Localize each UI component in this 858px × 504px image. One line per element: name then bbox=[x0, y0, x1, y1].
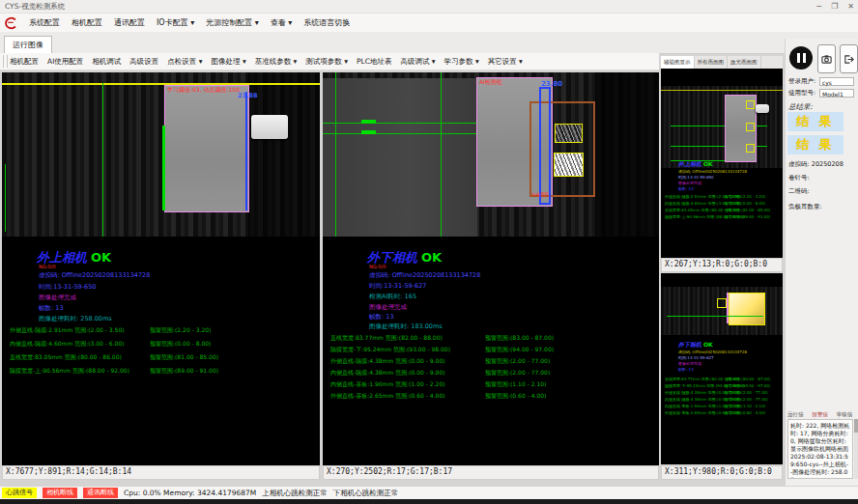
tool-other-settings[interactable]: 其它设置 ▾ bbox=[488, 57, 523, 67]
mini-vcode: 虚拟码: Offline20250208133134728 bbox=[678, 169, 747, 174]
mini-connector-shape bbox=[756, 104, 769, 113]
measure-warn: 预警范围:(0.60 - 4.00) bbox=[485, 392, 546, 399]
coord-readout-aux-top: X:267;Y:13;R:0;G:0;B:0 bbox=[661, 258, 783, 272]
measure-value: 内侧直线-基板:1.90mm 范围:(1.00 - 2.20) bbox=[330, 380, 485, 389]
measure-warn: 预警范围:(0.60 - 4.00) bbox=[725, 410, 765, 415]
measure-value: 直线宽度:83.05mm 范围:(80.00 - 86.00) bbox=[665, 208, 725, 212]
green-line-2 bbox=[441, 72, 442, 237]
mini-measure-row: 隔膜宽度-上:90.56mm 范围:(88.00 - 92.00)预警范围:(8… bbox=[665, 214, 770, 219]
mini-measure-row: 隔膜宽度-下:95.24mm 范围:(93.00 - 98.00)预警范围:(9… bbox=[665, 383, 770, 388]
aux-view-top[interactable]: 外上相机OK 虚拟码: Offline20250208133134728 时间:… bbox=[661, 69, 783, 258]
menu-item-io-config[interactable]: IO卡配置 ▾ bbox=[157, 17, 194, 28]
tool-camera-config[interactable]: 相机配置 bbox=[10, 57, 39, 67]
menu-item-camera-config[interactable]: 相机配置 bbox=[72, 17, 102, 28]
maximize-button[interactable]: ❐ bbox=[831, 0, 838, 14]
measure-row: 内侧直线-隔膜:4.60mm 范围:(3.00 - 6.00)预警范围:(0.0… bbox=[10, 340, 211, 349]
green-line-1 bbox=[335, 72, 336, 237]
sidebar: 登录用户: cys 使用型号: Model1 总结果: 结 果 结 果 虚拟码:… bbox=[785, 39, 858, 486]
mini-green-h bbox=[667, 316, 763, 317]
mini-measure-row: 外侧直线-隔膜:4.38mm 范围:(0.00 - 9.00)预警范围:(2.0… bbox=[665, 390, 768, 395]
minimize-button[interactable]: ─ bbox=[816, 0, 821, 14]
tab-run-image[interactable]: 运行图像 bbox=[4, 36, 52, 54]
gray-band bbox=[323, 78, 477, 237]
elapsed-line: 图像处理耗时: 258.00ms bbox=[39, 315, 112, 323]
measure-value: 外侧直线-基板:2.65mm 范围:(0.60 - 4.00) bbox=[665, 410, 725, 415]
measure-warn: 预警范围:(0.00 - 8.00) bbox=[150, 340, 211, 347]
tool-learning-params[interactable]: 学习参数 ▾ bbox=[444, 57, 479, 67]
measure-value: 内侧直线-隔膜:4.60mm 范围:(3.00 - 6.00) bbox=[665, 201, 725, 206]
measure-warn: 预警范围:(1.10 - 2.10) bbox=[485, 380, 546, 387]
result-box-upper: 结 果 bbox=[787, 112, 844, 131]
log-scrollbar[interactable] bbox=[854, 419, 858, 479]
tool-test-params[interactable]: 测试项参数 ▾ bbox=[305, 57, 348, 67]
measure-warn: 预警范围:(89.00 - 91.00) bbox=[725, 214, 770, 219]
measure-row: 隔膜宽度-下:95.24mm 范围:(93.00 - 98.00)预警范围:(9… bbox=[330, 346, 554, 354]
aux-view-bottom[interactable]: 外下相机OK 虚拟码: Offline20250208133134728 时间:… bbox=[661, 273, 783, 464]
logout-button[interactable] bbox=[840, 44, 858, 73]
vcode-line: 虚拟码: Offline20250208133134728 bbox=[369, 271, 480, 280]
aux-tab-2[interactable]: 所有画面图 bbox=[695, 56, 729, 69]
frames-line: 帧数: 13 bbox=[39, 304, 64, 313]
mini-measure-row: 内侧直线-隔膜:4.38mm 范围:(0.00 - 9.00)预警范围:(2.0… bbox=[665, 397, 768, 402]
measure-value: 内侧直线-隔膜:4.38mm 范围:(0.00 - 9.00) bbox=[665, 397, 725, 402]
mini-time: 时间:13-31-59-650 bbox=[678, 175, 714, 180]
mini-vcode: 虚拟码: Offline20250208133134728 bbox=[678, 350, 747, 354]
camera-upper-sub: NG:0/0 bbox=[39, 264, 55, 269]
ai-time-line: 检测AI耗时: 165 bbox=[369, 293, 416, 301]
tool-spot-check[interactable]: 点检设置 ▾ bbox=[167, 57, 202, 67]
scrollbar-thumb[interactable] bbox=[854, 419, 858, 433]
menu-item-light-config[interactable]: 光源控制配置 ▾ bbox=[206, 17, 259, 28]
login-user-label: 登录用户: bbox=[788, 77, 815, 86]
measure-warn: 预警范围:(1.10 - 2.10) bbox=[725, 404, 765, 408]
menu-item-system-config[interactable]: 系统配置 bbox=[29, 17, 60, 28]
roi-threshold-label: 学习阈值:93, 动态阈值:100 bbox=[167, 86, 240, 95]
aux-bottom-name: 外下相机 bbox=[678, 341, 701, 348]
camera-view-lower[interactable]: AI检测框 23.80 AI检测区 外下相机OK NG:0/0 虚拟码: Off… bbox=[323, 72, 659, 465]
measure-value: 隔膜宽度-上:90.56mm 范围:(88.00 - 92.00) bbox=[10, 367, 150, 376]
aux-bottom-title: 外下相机OK bbox=[678, 341, 713, 350]
tool-image-processing[interactable]: 图像处理 ▾ bbox=[212, 57, 246, 67]
tab-connector-shape bbox=[251, 115, 288, 139]
defect-box-2 bbox=[554, 153, 584, 177]
login-user-value[interactable]: cys bbox=[819, 77, 854, 86]
measure-row: 内侧直线-隔膜:4.38mm 范围:(0.00 - 9.00)预警范围:(2.0… bbox=[330, 369, 550, 378]
mini-measure-row: 直线宽度:83.05mm 范围:(80.00 - 86.00)预警范围:(81.… bbox=[665, 208, 770, 212]
measure-value: 外侧直线-隔膜:2.91mm 范围:(2.00 - 3.50) bbox=[665, 194, 725, 199]
measure-row: 内侧直线-基板:1.90mm 范围:(1.00 - 2.20)预警范围:(1.1… bbox=[330, 380, 546, 389]
vcode-label: 虚拟码: 20250208 bbox=[788, 160, 844, 169]
tool-baseline-params[interactable]: 基准线参数 ▾ bbox=[255, 57, 298, 67]
mini-yellow-line bbox=[661, 90, 783, 91]
blue-measure-value: 23.88 bbox=[238, 92, 258, 99]
menu-item-view[interactable]: 查看 ▾ bbox=[271, 17, 293, 28]
tool-ai-config[interactable]: AI使用配置 bbox=[47, 57, 83, 67]
measure-warn: 预警范围:(83.00 - 87.00) bbox=[725, 377, 770, 381]
measure-value: 外侧直线-基板:2.65mm 范围:(0.60 - 4.00) bbox=[330, 392, 485, 401]
time-line: 时间:13-31-59-627 bbox=[369, 282, 426, 291]
snapshot-button[interactable] bbox=[817, 44, 836, 73]
mini-defect bbox=[717, 298, 727, 308]
cpu-memory-readout: Cpu: 0.0% Memory: 3424.4179687M bbox=[124, 489, 256, 497]
camera-view-upper[interactable]: 学习阈值:93, 动态阈值:100 23.88 外上相机OK NG:0/0 虚拟… bbox=[2, 72, 320, 465]
model-value[interactable]: Model1 bbox=[819, 89, 854, 98]
aux-tab-1[interactable]: 辅助图显示 bbox=[661, 56, 695, 69]
vcode-line: 虚拟码: Offline20250208133134728 bbox=[39, 271, 150, 280]
done-line: 图像处理完成 bbox=[39, 294, 76, 302]
comm-offline-badge: 通讯断线 bbox=[83, 488, 118, 498]
aux-tab-3[interactable]: 激光画面图 bbox=[728, 56, 761, 69]
measure-warn: 预警范围:(2.20 - 3.20) bbox=[150, 326, 211, 333]
tool-camera-debug[interactable]: 相机调试 bbox=[92, 57, 121, 67]
measure-row: 外侧直线-基板:2.65mm 范围:(0.60 - 4.00)预警范围:(0.6… bbox=[330, 392, 546, 401]
window-bottom-edge bbox=[0, 499, 858, 504]
tool-advanced-settings[interactable]: 高级设置 bbox=[129, 57, 158, 67]
tool-plc-table[interactable]: PLC地址表 bbox=[357, 57, 391, 67]
pause-button[interactable] bbox=[789, 46, 813, 70]
menu-item-language[interactable]: 系统语言切换 bbox=[303, 17, 350, 28]
measure-value: 外侧直线-隔膜:4.38mm 范围:(0.00 - 9.00) bbox=[665, 390, 725, 395]
mini-measure-row: 内侧直线-隔膜:4.60mm 范围:(3.00 - 6.00)预警范围:(0.0… bbox=[665, 201, 765, 206]
green-line-left bbox=[102, 83, 103, 237]
camera-icon bbox=[821, 54, 832, 65]
close-button[interactable]: ✕ bbox=[847, 0, 854, 14]
menu-item-comm-config[interactable]: 通讯配置 bbox=[114, 17, 145, 28]
tool-advanced-debug[interactable]: 高级调试 ▾ bbox=[400, 57, 435, 67]
measure-row: 外侧直线-隔膜:4.38mm 范围:(0.00 - 9.00)预警范围:(2.0… bbox=[330, 357, 550, 366]
